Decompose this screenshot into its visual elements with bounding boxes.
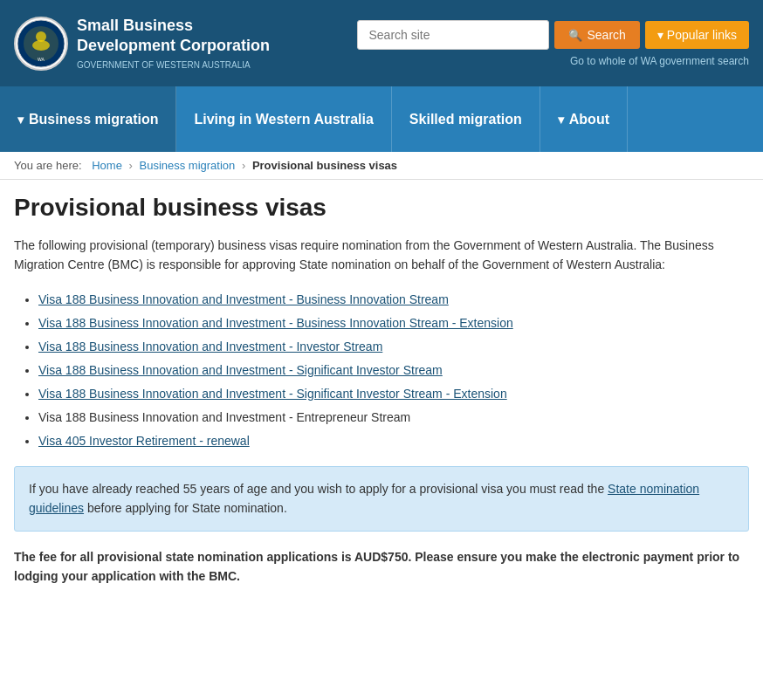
breadcrumb-current: Provisional business visas	[252, 159, 397, 172]
fee-text-content: The fee for all provisional state nomina…	[14, 550, 739, 583]
visa-list: Visa 188 Business Innovation and Investm…	[14, 291, 749, 450]
visa-link-4[interactable]: Visa 188 Business Innovation and Investm…	[38, 363, 443, 377]
search-button[interactable]: Search	[554, 21, 639, 49]
page-title: Provisional business visas	[14, 194, 749, 222]
main-nav: Business migration Living in Western Aus…	[0, 86, 763, 152]
list-item: Visa 188 Business Innovation and Investm…	[38, 408, 749, 427]
nav-label-business-migration: Business migration	[29, 112, 158, 127]
fee-text: The fee for all provisional state nomina…	[14, 547, 749, 587]
search-row: Search Popular links	[357, 20, 749, 50]
visa-link-2[interactable]: Visa 188 Business Innovation and Investm…	[38, 316, 513, 330]
list-item: Visa 188 Business Innovation and Investm…	[38, 361, 749, 380]
nav-label-about: About	[569, 112, 609, 127]
org-name-line2: Development Corporation	[77, 36, 270, 56]
nav-item-skilled-migration[interactable]: Skilled migration	[392, 86, 540, 152]
info-box-text-before: If you have already reached 55 years of …	[29, 482, 608, 496]
list-item: Visa 188 Business Innovation and Investm…	[38, 314, 749, 333]
main-content: Provisional business visas The following…	[0, 180, 763, 607]
nav-label-living-wa: Living in Western Australia	[194, 112, 373, 127]
list-item: Visa 405 Investor Retirement - renewal	[38, 432, 749, 450]
chevron-down-icon	[17, 112, 24, 127]
search-input[interactable]	[357, 20, 549, 50]
chevron-down-icon	[558, 112, 564, 127]
visa-link-7[interactable]: Visa 405 Investor Retirement - renewal	[38, 434, 250, 448]
nav-label-skilled-migration: Skilled migration	[409, 112, 522, 127]
org-name-line1: Small Business	[77, 16, 270, 36]
logo-icon: WA	[14, 17, 68, 71]
breadcrumb-sep-1: ›	[129, 159, 136, 172]
intro-paragraph: The following provisional (temporary) bu…	[14, 236, 749, 275]
popular-btn-label: Popular links	[667, 28, 737, 42]
popular-links-button[interactable]: Popular links	[645, 21, 749, 49]
breadcrumb-prefix: You are here:	[14, 159, 82, 172]
visa-link-3[interactable]: Visa 188 Business Innovation and Investm…	[38, 340, 382, 353]
logo-area: WA Small Business Development Corporatio…	[14, 16, 270, 72]
search-icon	[568, 28, 582, 42]
visa-link-1[interactable]: Visa 188 Business Innovation and Investm…	[38, 292, 449, 306]
nav-item-about[interactable]: About	[540, 86, 628, 152]
breadcrumb-home[interactable]: Home	[92, 159, 122, 172]
visa-link-5[interactable]: Visa 188 Business Innovation and Investm…	[38, 387, 507, 401]
nav-item-business-migration[interactable]: Business migration	[0, 86, 176, 152]
nav-item-living-wa[interactable]: Living in Western Australia	[176, 86, 391, 152]
visa-text-6: Visa 188 Business Innovation and Investm…	[38, 410, 410, 424]
breadcrumb-sep-2: ›	[242, 159, 249, 172]
breadcrumb-business-migration[interactable]: Business migration	[139, 159, 235, 172]
svg-point-3	[36, 31, 46, 42]
header-search-area: Search Popular links Go to whole of WA g…	[357, 20, 749, 67]
info-box-text-after: before applying for State nomination.	[84, 501, 287, 515]
breadcrumb: You are here: Home › Business migration …	[0, 152, 763, 180]
list-item: Visa 188 Business Innovation and Investm…	[38, 385, 749, 403]
list-item: Visa 188 Business Innovation and Investm…	[38, 291, 749, 309]
org-gov-text: GOVERNMENT OF WESTERN AUSTRALIA	[77, 59, 270, 71]
chevron-down-icon	[657, 28, 663, 42]
svg-text:WA: WA	[38, 57, 45, 62]
list-item: Visa 188 Business Innovation and Investm…	[38, 338, 749, 356]
wa-search-link[interactable]: Go to whole of WA government search	[570, 55, 749, 67]
org-title-block: Small Business Development Corporation G…	[77, 16, 270, 72]
search-btn-label: Search	[587, 28, 625, 42]
site-header: WA Small Business Development Corporatio…	[0, 0, 763, 86]
info-box: If you have already reached 55 years of …	[14, 466, 749, 532]
